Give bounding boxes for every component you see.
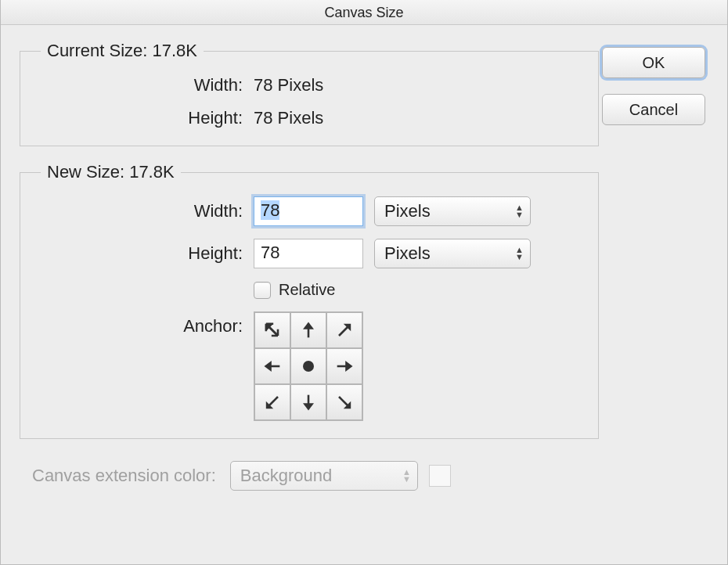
anchor-center-dot-icon <box>303 361 314 372</box>
dialog-title: Canvas Size <box>1 0 727 25</box>
ok-button[interactable]: OK <box>602 47 705 78</box>
current-height-label: Height: <box>34 108 254 128</box>
anchor-e[interactable] <box>326 348 362 384</box>
anchor-se[interactable] <box>326 384 362 420</box>
new-width-label: Width: <box>34 201 254 221</box>
anchor-s[interactable] <box>290 384 326 420</box>
width-unit-value: Pixels <box>384 201 431 221</box>
extension-color-select: Background ▲▼ <box>230 461 418 491</box>
svg-marker-2 <box>303 322 314 329</box>
anchor-label: Anchor: <box>34 311 254 336</box>
anchor-nw[interactable] <box>254 312 290 348</box>
anchor-w[interactable] <box>254 348 290 384</box>
svg-marker-6 <box>265 361 272 372</box>
extension-color-value: Background <box>240 466 332 486</box>
extension-color-swatch <box>429 465 451 487</box>
new-height-label: Height: <box>34 243 254 264</box>
width-unit-select[interactable]: Pixels ▲▼ <box>374 196 531 226</box>
checkbox-box-icon <box>254 282 271 299</box>
svg-marker-12 <box>303 403 314 410</box>
extension-color-label: Canvas extension color: <box>32 466 216 486</box>
current-width-label: Width: <box>34 75 254 95</box>
new-size-legend: New Size: 17.8K <box>41 162 181 182</box>
current-size-group: Current Size: 17.8K Width: 78 Pixels Hei… <box>20 41 599 146</box>
new-size-group: New Size: 17.8K Width: 78 Pixels ▲▼ Heig… <box>20 162 599 439</box>
svg-marker-8 <box>345 361 352 372</box>
current-width-value: 78 Pixels <box>254 75 323 95</box>
chevron-updown-icon: ▲▼ <box>515 247 524 261</box>
cancel-button[interactable]: Cancel <box>602 94 705 125</box>
height-unit-value: Pixels <box>384 243 431 264</box>
anchor-grid <box>254 311 363 421</box>
current-size-legend: Current Size: 17.8K <box>41 41 204 61</box>
anchor-sw[interactable] <box>254 384 290 420</box>
anchor-center[interactable] <box>290 348 326 384</box>
current-height-value: 78 Pixels <box>254 108 323 128</box>
relative-checkbox[interactable]: Relative <box>254 281 335 299</box>
chevron-updown-icon: ▲▼ <box>515 204 524 218</box>
canvas-size-dialog: Canvas Size OK Cancel Current Size: 17.8… <box>0 0 728 565</box>
anchor-n[interactable] <box>290 312 326 348</box>
anchor-ne[interactable] <box>326 312 362 348</box>
height-input[interactable]: 78 <box>254 239 363 268</box>
relative-label: Relative <box>279 281 335 299</box>
chevron-updown-icon: ▲▼ <box>402 469 411 483</box>
height-unit-select[interactable]: Pixels ▲▼ <box>374 239 531 268</box>
width-input[interactable]: 78 <box>254 196 363 226</box>
